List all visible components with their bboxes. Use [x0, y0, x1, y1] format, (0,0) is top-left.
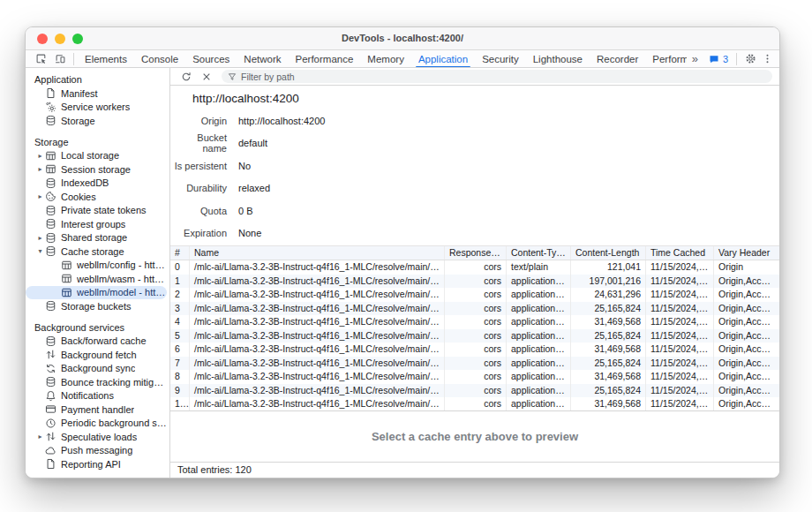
- chevron-down-icon[interactable]: ▾: [35, 247, 45, 255]
- window-titlebar[interactable]: DevTools - localhost:4200/: [26, 27, 779, 50]
- column-header-content-type[interactable]: Content-Type: [507, 246, 571, 260]
- sidebar-item-session-storage[interactable]: ▸Session storage: [26, 162, 167, 177]
- gear-icon[interactable]: [741, 51, 760, 67]
- messages-badge[interactable]: 3: [703, 51, 733, 67]
- chevron-right-icon[interactable]: ▸: [35, 192, 45, 200]
- cloud-icon: [45, 445, 56, 456]
- tab-performance[interactable]: Performance: [289, 50, 361, 68]
- sidebar-item-webllm-wasm-http-loca[interactable]: webllm/wasm - http://loca…: [26, 272, 167, 286]
- refresh-icon[interactable]: [179, 70, 193, 84]
- detail-value: 0 B: [238, 206, 253, 216]
- preview-pane: Select a cache entry above to preview: [170, 410, 779, 462]
- sidebar-item-shared-storage[interactable]: ▸Shared storage: [26, 231, 167, 245]
- chevron-right-icon[interactable]: ▸: [35, 433, 45, 440]
- sidebar-item-storage[interactable]: Storage: [26, 114, 167, 128]
- sidebar-item-label: Back/forward cache: [61, 335, 147, 346]
- close-icon[interactable]: [199, 70, 214, 84]
- table-row[interactable]: 0/mlc-ai/Llama-3.2-3B-Instruct-q4f16_1-M…: [170, 260, 779, 275]
- tab-recorder[interactable]: Recorder: [590, 50, 645, 68]
- filter-input[interactable]: [241, 72, 766, 82]
- table-row[interactable]: 8/mlc-ai/Llama-3.2-3B-Instruct-q4f16_1-M…: [170, 370, 779, 384]
- sidebar-item-label: Interest groups: [61, 219, 125, 230]
- table-row[interactable]: 4/mlc-ai/Llama-3.2-3B-Instruct-q4f16_1-M…: [170, 315, 779, 329]
- table-cell: cors: [445, 275, 507, 289]
- tab-label: Performance insights: [652, 54, 686, 64]
- table-row[interactable]: 10/mlc-ai/Llama-3.2-3B-Instruct-q4f16_1-…: [170, 397, 779, 410]
- sidebar-item-cache-storage[interactable]: ▾Cache storage: [26, 245, 167, 259]
- table-row[interactable]: 7/mlc-ai/Llama-3.2-3B-Instruct-q4f16_1-M…: [170, 357, 779, 371]
- table-cell: cors: [445, 397, 507, 410]
- table-row[interactable]: 9/mlc-ai/Llama-3.2-3B-Instruct-q4f16_1-M…: [170, 384, 779, 398]
- close-window-button[interactable]: [37, 34, 48, 44]
- database-icon: [45, 232, 56, 244]
- detail-row: Durabilityrelaxed: [170, 177, 779, 200]
- column-header-vary-header[interactable]: Vary Header: [714, 246, 779, 260]
- sidebar-item-background-fetch[interactable]: Background fetch: [26, 348, 167, 362]
- sidebar-item-local-storage[interactable]: ▸Local storage: [26, 149, 167, 163]
- chevron-right-icon[interactable]: ▸: [35, 165, 45, 173]
- table-cell: Origin,Access…: [714, 384, 779, 398]
- table-cell: /mlc-ai/Llama-3.2-3B-Instruct-q4f16_1-ML…: [190, 357, 445, 371]
- column-header-response-type[interactable]: Response-Type: [445, 246, 507, 260]
- sidebar-item-speculative-loads[interactable]: ▸Speculative loads: [26, 430, 167, 444]
- inspect-icon[interactable]: [31, 51, 50, 67]
- column-header--[interactable]: #: [170, 246, 190, 260]
- sidebar-item-back-forward-cache[interactable]: Back/forward cache: [26, 335, 167, 349]
- sidebar-item-reporting-api[interactable]: Reporting API: [26, 457, 167, 471]
- minimize-window-button[interactable]: [55, 34, 65, 44]
- sidebar-item-indexeddb[interactable]: IndexedDB: [26, 177, 167, 191]
- table-row[interactable]: 6/mlc-ai/Llama-3.2-3B-Instruct-q4f16_1-M…: [170, 343, 779, 357]
- sidebar-item-service-workers[interactable]: Service workers: [26, 101, 167, 115]
- device-toolbar-icon[interactable]: [50, 51, 70, 67]
- sidebar-item-background-sync[interactable]: Background sync: [26, 362, 167, 376]
- tab-memory[interactable]: Memory: [360, 50, 411, 68]
- tab-label: Application: [418, 54, 468, 64]
- sidebar-item-periodic-background-sync[interactable]: Periodic background sync: [26, 417, 167, 431]
- sidebar-item-payment-handler[interactable]: Payment handler: [26, 403, 167, 417]
- more-tabs-button[interactable]: »: [687, 52, 703, 65]
- tab-network[interactable]: Network: [237, 50, 288, 68]
- table-row[interactable]: 3/mlc-ai/Llama-3.2-3B-Instruct-q4f16_1-M…: [170, 302, 779, 316]
- sidebar-item-webllm-model-http-loc[interactable]: webllm/model - http://loc…: [26, 286, 167, 300]
- kebab-menu-icon[interactable]: [760, 51, 774, 67]
- table-cell: 24,631,296: [571, 288, 646, 302]
- tab-lighthouse[interactable]: Lighthouse: [526, 50, 590, 68]
- updown-arrows-icon: [45, 349, 56, 360]
- sidebar-item-notifications[interactable]: Notifications: [26, 389, 167, 403]
- table-cell: Origin,Access…: [714, 343, 779, 357]
- chevron-right-icon[interactable]: ▸: [35, 234, 45, 242]
- sidebar-item-push-messaging[interactable]: Push messaging: [26, 444, 167, 458]
- sidebar-item-interest-groups[interactable]: Interest groups: [26, 217, 167, 231]
- table-cell: cors: [445, 370, 507, 384]
- sidebar-item-manifest[interactable]: Manifest: [26, 87, 167, 101]
- tab-console[interactable]: Console: [134, 50, 185, 68]
- sidebar-item-storage-buckets[interactable]: Storage buckets: [26, 299, 167, 313]
- filter-field[interactable]: [222, 70, 772, 83]
- chevron-right-icon[interactable]: ▸: [35, 152, 45, 160]
- tab-application[interactable]: Application: [411, 50, 475, 68]
- table-cell: 31,469,568: [571, 370, 646, 384]
- tab-performance-insights[interactable]: Performance insights: [645, 50, 686, 68]
- column-header-name[interactable]: Name: [190, 246, 445, 260]
- table-row[interactable]: 2/mlc-ai/Llama-3.2-3B-Instruct-q4f16_1-M…: [170, 288, 779, 302]
- sidebar-item-private-state-tokens[interactable]: Private state tokens: [26, 204, 167, 218]
- tab-sources[interactable]: Sources: [185, 50, 237, 68]
- table-row[interactable]: 1/mlc-ai/Llama-3.2-3B-Instruct-q4f16_1-M…: [170, 275, 779, 289]
- sidebar-item-cookies[interactable]: ▸Cookies: [26, 190, 167, 204]
- cache-storage-panel: http://localhost:4200 Originhttp://local…: [170, 68, 779, 478]
- table-cell: /mlc-ai/Llama-3.2-3B-Instruct-q4f16_1-ML…: [190, 384, 445, 398]
- tab-label: Console: [141, 54, 178, 64]
- tab-security[interactable]: Security: [475, 50, 526, 68]
- sidebar-section-title: Background services: [26, 321, 169, 335]
- column-header-time-cached[interactable]: Time Cached: [646, 246, 714, 260]
- table-cell: Origin,Access…: [714, 302, 779, 316]
- zoom-window-button[interactable]: [72, 34, 83, 44]
- table-row[interactable]: 5/mlc-ai/Llama-3.2-3B-Instruct-q4f16_1-M…: [170, 329, 779, 343]
- sidebar-item-webllm-config-http-loc[interactable]: webllm/config - http://loc…: [26, 259, 167, 273]
- table-icon: [45, 150, 56, 162]
- sidebar-item-bounce-tracking-mitigations[interactable]: Bounce tracking mitigations: [26, 375, 167, 389]
- table-cell: 11/15/2024, 10…: [646, 357, 714, 371]
- column-header-content-length[interactable]: Content-Length: [571, 246, 646, 260]
- table-header-row: #NameResponse-TypeContent-TypeContent-Le…: [170, 246, 779, 260]
- tab-elements[interactable]: Elements: [78, 50, 134, 68]
